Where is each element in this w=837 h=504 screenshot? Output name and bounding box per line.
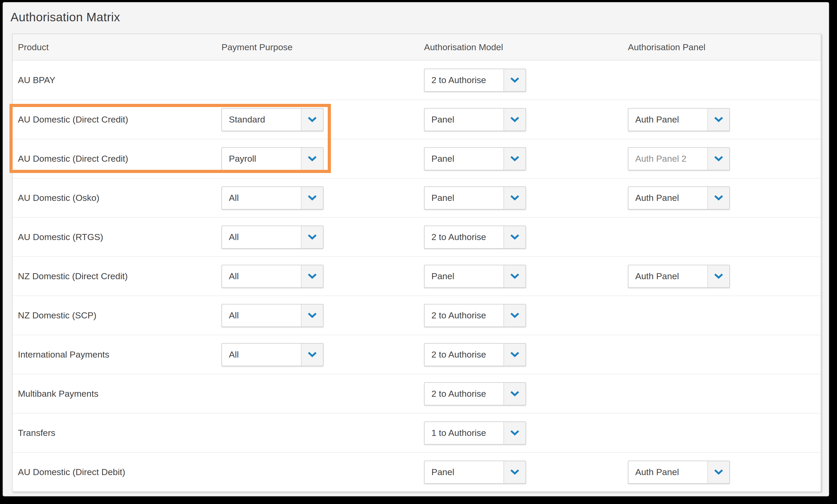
authorisation-model-select[interactable]: 2 to Authorise [424,69,526,92]
chevron-down-icon [503,69,526,91]
product-label: Transfers [18,428,55,438]
chevron-down-icon [503,304,526,326]
page-title: Authorisation Matrix [11,10,120,24]
authorisation-panel-select[interactable]: Auth Panel [628,186,730,210]
chevron-down-icon [503,148,526,170]
chevron-down-icon [707,265,729,287]
authorisation-model-select[interactable]: 1 to Authorise [424,421,526,445]
table-row: International Payments All 2 to Authoris… [13,335,821,374]
selected-value: Auth Panel 2 [628,148,707,170]
authorisation-model-select[interactable]: Panel [424,147,526,170]
chevron-down-icon [503,265,526,287]
selected-value: All [222,187,301,209]
selected-value: Panel [425,187,503,209]
selected-value: Panel [425,461,503,483]
selected-value: All [222,226,301,248]
product-label: AU BPAY [18,75,55,85]
product-label: AU Domestic (RTGS) [18,232,103,242]
table-row: AU Domestic (RTGS) All 2 to Authorise [13,217,821,256]
table-row: AU Domestic (Direct Credit) Standard Pan… [13,100,821,139]
selected-value: Auth Panel [628,265,707,287]
product-label: NZ Domestic (SCP) [18,310,96,320]
chevron-down-icon [503,187,526,209]
chevron-down-icon [301,109,323,131]
product-label: AU Domestic (Direct Credit) [18,114,128,124]
payment-purpose-select[interactable]: All [221,226,323,249]
chevron-down-icon [707,148,729,170]
selected-value: Auth Panel [628,109,707,131]
column-header-payment-purpose: Payment Purpose [221,42,424,52]
selected-value: All [222,344,301,366]
chevron-down-icon [503,344,526,366]
table-row: AU Domestic (Direct Debit) Panel Auth Pa… [13,452,821,491]
product-label: International Payments [18,349,109,359]
chevron-down-icon [301,265,323,287]
authorisation-model-select[interactable]: Panel [424,265,526,288]
authorisation-model-select[interactable]: 2 to Authorise [424,304,526,327]
chevron-down-icon [503,109,526,131]
chevron-down-icon [301,226,323,248]
table-header-row: Product Payment Purpose Authorisation Mo… [13,34,821,60]
table-row: Transfers 1 to Authorise [13,413,821,452]
authorisation-panel-select[interactable]: Auth Panel 2 [628,147,730,170]
authorisation-model-select[interactable]: 2 to Authorise [424,343,526,366]
table-row: NZ Domestic (SCP) All 2 to Authorise [13,295,821,335]
selected-value: 1 to Authorise [425,422,503,444]
table-body: AU BPAY 2 to Authorise AU Domestic (Dire… [13,60,821,491]
selected-value: Auth Panel [628,461,707,483]
selected-value: Auth Panel [628,187,707,209]
column-header-authorisation-panel: Authorisation Panel [628,42,821,52]
payment-purpose-select[interactable]: All [221,304,323,327]
chevron-down-icon [301,148,323,170]
product-label: AU Domestic (Direct Credit) [18,154,128,164]
payment-purpose-select[interactable]: Standard [221,108,323,131]
selected-value: Panel [425,265,503,287]
authorisation-matrix-panel: Authorisation Matrix Product Payment Pur… [3,2,829,497]
payment-purpose-select[interactable]: All [221,186,323,210]
selected-value: 2 to Authorise [425,69,503,91]
table-row: AU Domestic (Direct Credit) Payroll Pane… [13,139,821,178]
selected-value: Panel [425,109,503,131]
product-label: AU Domestic (Direct Debit) [18,467,125,477]
payment-purpose-select[interactable]: All [221,265,323,288]
product-label: Multibank Payments [18,389,99,399]
authorisation-model-select[interactable]: Panel [424,186,526,210]
table-row: NZ Domestic (Direct Credit) All Panel [13,256,821,295]
authorisation-panel-select[interactable]: Auth Panel [628,265,730,288]
column-header-authorisation-model: Authorisation Model [424,42,628,52]
authorisation-model-select[interactable]: Panel [424,461,526,484]
selected-value: All [222,304,301,326]
table-row: Multibank Payments 2 to Authorise [13,374,821,413]
payment-purpose-select[interactable]: All [221,343,323,366]
authorisation-panel-select[interactable]: Auth Panel [628,461,730,484]
chevron-down-icon [707,109,729,131]
authorisation-matrix-table: Product Payment Purpose Authorisation Mo… [12,34,821,492]
chevron-down-icon [503,383,526,405]
selected-value: 2 to Authorise [425,344,503,366]
authorisation-panel-select[interactable]: Auth Panel [628,108,730,131]
authorisation-model-select[interactable]: 2 to Authorise [424,382,526,406]
selected-value: Panel [425,148,503,170]
selected-value: Payroll [222,148,301,170]
selected-value: All [222,265,301,287]
chevron-down-icon [503,461,526,483]
selected-value: 2 to Authorise [425,304,503,326]
selected-value: 2 to Authorise [425,226,503,248]
product-label: NZ Domestic (Direct Credit) [18,271,128,281]
chevron-down-icon [707,461,729,483]
chevron-down-icon [301,344,323,366]
selected-value: Standard [222,109,301,131]
chevron-down-icon [301,187,323,209]
chevron-down-icon [707,187,729,209]
product-label: AU Domestic (Osko) [18,193,100,203]
authorisation-model-select[interactable]: 2 to Authorise [424,226,526,249]
table-row: AU BPAY 2 to Authorise [13,60,821,100]
column-header-product: Product [13,42,221,52]
chevron-down-icon [503,422,526,444]
chevron-down-icon [503,226,526,248]
chevron-down-icon [301,304,323,326]
table-row: AU Domestic (Osko) All Panel [13,178,821,217]
authorisation-model-select[interactable]: Panel [424,108,526,131]
selected-value: 2 to Authorise [425,383,503,405]
payment-purpose-select[interactable]: Payroll [221,147,323,170]
